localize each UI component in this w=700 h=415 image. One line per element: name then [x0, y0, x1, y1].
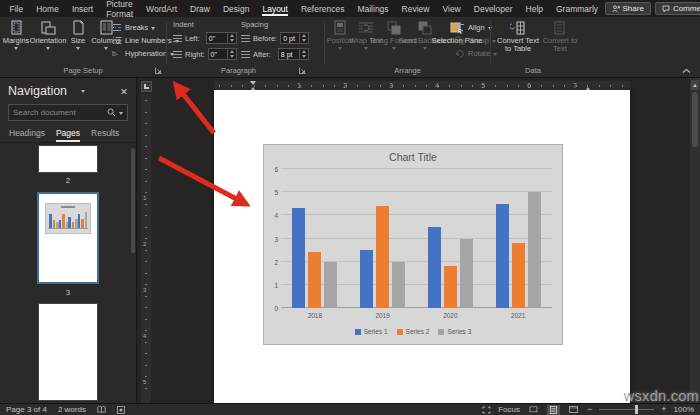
bring-forward-icon — [386, 20, 402, 36]
bar-2020-series-2[interactable] — [444, 266, 457, 308]
bar-2021-series-1[interactable] — [496, 204, 509, 308]
thumbnail-page-4[interactable] — [39, 304, 97, 400]
document-page[interactable]: Chart Title 0123456 2018201920202021 Ser… — [214, 90, 630, 409]
margins-button[interactable]: Margins — [2, 17, 30, 50]
menu-tab-draw[interactable]: Draw — [184, 0, 217, 17]
web-layout-button[interactable] — [567, 405, 580, 415]
menu-tab-design[interactable]: Design — [216, 0, 255, 17]
thumbnail-page-2[interactable] — [39, 146, 97, 172]
ruler-tick — [219, 85, 220, 87]
macro-icon[interactable] — [117, 406, 125, 414]
word-count[interactable]: 2 words — [58, 405, 86, 414]
page-indicator[interactable]: Page 3 of 4 — [6, 405, 47, 414]
focus-icon[interactable] — [482, 406, 491, 414]
orientation-button[interactable]: Orientation — [32, 17, 64, 50]
share-button[interactable]: Share — [605, 2, 651, 15]
nav-tab-headings[interactable]: Headings — [9, 128, 45, 142]
zoom-slider-thumb[interactable] — [635, 405, 638, 414]
ruler-tick — [518, 85, 519, 87]
indent-right-input[interactable]: 0" — [208, 48, 237, 60]
bar-2019-series-2[interactable] — [376, 206, 389, 308]
wrap-text-button: Wrap Text — [353, 17, 379, 50]
menu-tab-layout[interactable]: Layout — [256, 0, 295, 17]
tab-selector[interactable] — [141, 81, 152, 92]
spinner[interactable] — [227, 49, 236, 59]
comments-button[interactable]: Comments — [655, 2, 700, 15]
nav-tab-results[interactable]: Results — [91, 128, 119, 142]
bar-2019-series-1[interactable] — [360, 250, 373, 308]
menu-tab-developer[interactable]: Developer — [467, 0, 519, 17]
search-icon[interactable] — [107, 108, 116, 117]
navigation-tabs: HeadingsPagesResults — [0, 121, 136, 143]
menu-tab-wordart[interactable]: WordArt — [140, 0, 184, 17]
ruler-number: 1 — [143, 195, 146, 201]
bar-2019-series-3[interactable] — [392, 262, 405, 308]
vertical-ruler[interactable]: 12345 — [141, 94, 151, 403]
nav-tab-pages[interactable]: Pages — [56, 128, 80, 142]
size-button[interactable]: Size — [66, 17, 90, 50]
ruler-tick — [495, 85, 496, 87]
indent-right-field: Right: 0" — [173, 48, 237, 60]
menu-tab-file[interactable]: File — [3, 0, 30, 17]
ruler-tick — [357, 85, 358, 87]
search-options-chevron-icon[interactable] — [119, 112, 123, 115]
ruler-tick — [145, 330, 147, 331]
menu-tabs: FileHomeInsertPicture FormatWordArtDrawD… — [3, 0, 605, 17]
navigation-scrollbar[interactable] — [131, 148, 135, 253]
thumbnail-chart — [45, 203, 91, 234]
bar-2020-series-3[interactable] — [460, 239, 473, 309]
menu-tab-grammarly[interactable]: Grammarly — [550, 0, 605, 17]
zoom-in-button[interactable]: + — [661, 405, 666, 414]
spacing-before-input[interactable]: 0 pt — [280, 32, 309, 44]
menu-tab-help[interactable]: Help — [519, 0, 549, 17]
legend-item: Series 3 — [438, 328, 471, 335]
menu-tab-view[interactable]: View — [436, 0, 467, 17]
bar-2020-series-1[interactable] — [428, 227, 441, 308]
print-layout-icon — [550, 406, 557, 414]
y-axis-label: 3 — [274, 236, 278, 243]
bar-2018-series-3[interactable] — [324, 262, 337, 308]
zoom-slider[interactable] — [599, 409, 654, 410]
menu-tab-picture-format[interactable]: Picture Format — [100, 0, 140, 17]
document-scrollbar[interactable] — [690, 78, 700, 403]
x-axis-label: 2021 — [484, 312, 552, 319]
mini-bar-group — [49, 211, 59, 228]
bar-2018-series-1[interactable] — [292, 208, 305, 308]
embedded-bar-chart[interactable]: Chart Title 0123456 2018201920202021 Ser… — [263, 144, 563, 345]
spinner[interactable] — [299, 49, 308, 59]
scrollbar-thumb[interactable] — [692, 92, 698, 147]
thumbnail-page-3-selected[interactable] — [37, 192, 99, 284]
bar-2021-series-3[interactable] — [528, 192, 541, 308]
focus-button[interactable]: Focus — [498, 405, 520, 414]
spinner[interactable] — [299, 33, 308, 43]
ruler-tick — [145, 181, 147, 182]
page-setup-dialog-launcher-icon[interactable] — [154, 66, 163, 75]
chart-x-axis-labels: 2018201920202021 — [281, 312, 552, 319]
y-axis-label: 1 — [274, 282, 278, 289]
bar-2021-series-2[interactable] — [512, 243, 525, 308]
menu-tab-insert[interactable]: Insert — [65, 0, 99, 17]
collapse-ribbon-chevron-icon[interactable] — [682, 68, 691, 74]
scroll-up-button[interactable] — [691, 80, 699, 90]
menu-tab-review[interactable]: Review — [395, 0, 436, 17]
print-layout-button[interactable] — [547, 405, 560, 415]
menu-tab-references[interactable]: References — [294, 0, 350, 17]
paragraph-dialog-launcher-icon[interactable] — [298, 66, 307, 75]
zoom-level[interactable]: 100% — [674, 405, 694, 414]
read-mode-button[interactable] — [527, 405, 540, 415]
search-input[interactable]: Search document — [8, 104, 128, 121]
spacing-after-input[interactable]: 8 pt — [278, 48, 309, 60]
proofing-icon[interactable] — [97, 406, 106, 414]
menu-tab-mailings[interactable]: Mailings — [351, 0, 395, 17]
spinner[interactable] — [227, 33, 236, 43]
convert-text-to-table-button[interactable]: Convert Text to Table — [497, 17, 539, 53]
pane-options-chevron-icon[interactable] — [81, 90, 85, 93]
menu-tab-home[interactable]: Home — [30, 0, 66, 17]
close-pane-icon[interactable]: ✕ — [120, 87, 128, 96]
ribbon: Margins Orientation Size Columns — [0, 17, 700, 78]
comments-label: Comments — [673, 4, 700, 13]
indent-left-input[interactable]: 0" — [206, 32, 237, 44]
bar-2018-series-2[interactable] — [308, 252, 321, 308]
zoom-out-button[interactable]: − — [587, 405, 592, 414]
chevron-down-icon — [151, 27, 155, 30]
